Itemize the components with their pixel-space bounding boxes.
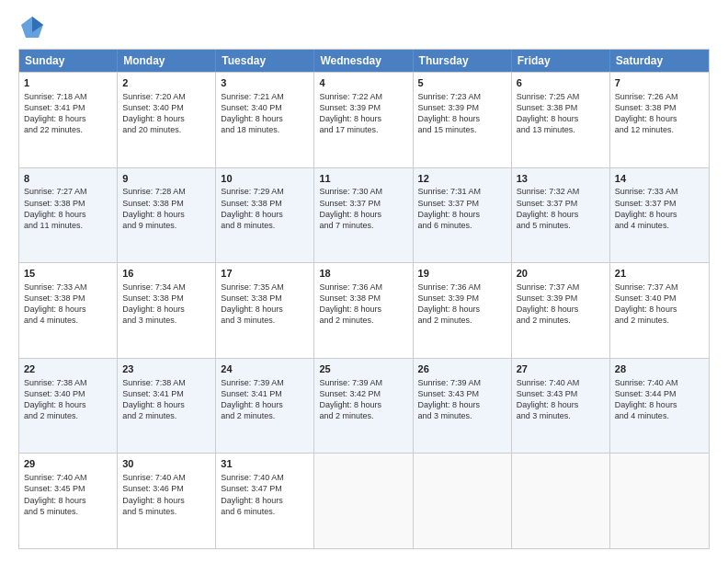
day-info-line: Sunrise: 7:40 AM — [615, 377, 704, 388]
day-number: 21 — [615, 267, 704, 281]
day-info-line: Daylight: 8 hours — [221, 304, 309, 315]
day-info-line: and 6 minutes. — [418, 220, 506, 231]
day-info-line: Sunrise: 7:32 AM — [517, 186, 605, 197]
day-info-line: Daylight: 8 hours — [24, 209, 112, 220]
day-number: 22 — [24, 362, 112, 376]
calendar-cell: 31Sunrise: 7:40 AMSunset: 3:47 PMDayligh… — [216, 454, 314, 548]
day-info-line: Sunrise: 7:25 AM — [517, 91, 605, 102]
calendar-cell: 4Sunrise: 7:22 AMSunset: 3:39 PMDaylight… — [314, 73, 413, 167]
calendar-cell: 24Sunrise: 7:39 AMSunset: 3:41 PMDayligh… — [216, 359, 314, 454]
day-info-line: Sunset: 3:38 PM — [319, 293, 407, 304]
day-number: 30 — [122, 457, 210, 471]
day-info-line: Sunset: 3:44 PM — [615, 388, 704, 399]
calendar-row: 22Sunrise: 7:38 AMSunset: 3:40 PMDayligh… — [19, 358, 709, 454]
day-info-line: Sunrise: 7:34 AM — [122, 282, 210, 293]
day-info-line: and 5 minutes. — [517, 220, 605, 231]
day-number: 16 — [122, 267, 210, 281]
day-info-line: and 6 minutes. — [221, 506, 309, 517]
day-info-line: Sunrise: 7:39 AM — [418, 377, 506, 388]
day-info-line: Daylight: 8 hours — [122, 304, 210, 315]
day-info-line: Sunset: 3:46 PM — [122, 483, 210, 494]
day-number: 18 — [319, 267, 407, 281]
day-info-line: and 18 minutes. — [221, 124, 309, 135]
day-info-line: and 12 minutes. — [615, 124, 704, 135]
day-info-line: Sunrise: 7:33 AM — [615, 186, 704, 197]
day-info-line: Daylight: 8 hours — [517, 113, 605, 124]
day-info-line: and 2 minutes. — [615, 315, 704, 326]
day-info-line: and 5 minutes. — [24, 506, 112, 517]
day-info-line: Daylight: 8 hours — [319, 304, 407, 315]
calendar-body: 1Sunrise: 7:18 AMSunset: 3:41 PMDaylight… — [19, 72, 709, 548]
day-info-line: Sunset: 3:38 PM — [221, 293, 309, 304]
day-info-line: Sunrise: 7:37 AM — [517, 282, 605, 293]
day-info-line: Sunrise: 7:40 AM — [122, 472, 210, 483]
calendar-cell: 5Sunrise: 7:23 AMSunset: 3:39 PMDaylight… — [414, 73, 512, 167]
day-info-line: Daylight: 8 hours — [221, 209, 309, 220]
calendar-cell: 1Sunrise: 7:18 AMSunset: 3:41 PMDaylight… — [19, 73, 118, 167]
calendar-row: 15Sunrise: 7:33 AMSunset: 3:38 PMDayligh… — [19, 262, 709, 358]
day-info-line: Sunrise: 7:35 AM — [221, 282, 309, 293]
day-number: 4 — [319, 76, 407, 90]
calendar-row: 1Sunrise: 7:18 AMSunset: 3:41 PMDaylight… — [19, 72, 709, 167]
day-info-line: Daylight: 8 hours — [24, 495, 112, 506]
day-info-line: Sunrise: 7:23 AM — [418, 91, 506, 102]
day-info-line: Sunset: 3:43 PM — [418, 388, 506, 399]
day-info-line: Sunrise: 7:36 AM — [418, 282, 506, 293]
calendar-cell — [512, 454, 610, 548]
day-info-line: Sunset: 3:38 PM — [24, 293, 112, 304]
calendar-cell: 20Sunrise: 7:37 AMSunset: 3:39 PMDayligh… — [512, 263, 610, 358]
calendar-cell: 23Sunrise: 7:38 AMSunset: 3:41 PMDayligh… — [118, 359, 216, 454]
day-info-line: Sunrise: 7:28 AM — [122, 186, 210, 197]
day-info-line: Sunset: 3:37 PM — [418, 198, 506, 209]
day-info-line: Daylight: 8 hours — [517, 399, 605, 410]
day-info-line: Sunrise: 7:22 AM — [319, 91, 407, 102]
day-info-line: Daylight: 8 hours — [319, 399, 407, 410]
day-info-line: Sunrise: 7:29 AM — [221, 186, 309, 197]
day-info-line: Daylight: 8 hours — [418, 113, 506, 124]
day-info-line: and 4 minutes. — [615, 220, 704, 231]
day-info-line: Daylight: 8 hours — [122, 113, 210, 124]
calendar-cell: 8Sunrise: 7:27 AMSunset: 3:38 PMDaylight… — [19, 168, 118, 263]
day-info-line: Sunset: 3:41 PM — [221, 388, 309, 399]
day-number: 8 — [24, 172, 112, 186]
calendar-cell: 29Sunrise: 7:40 AMSunset: 3:45 PMDayligh… — [19, 454, 118, 548]
calendar-cell: 14Sunrise: 7:33 AMSunset: 3:37 PMDayligh… — [610, 168, 709, 263]
day-info-line: Sunset: 3:38 PM — [221, 198, 309, 209]
day-info-line: Daylight: 8 hours — [615, 399, 704, 410]
day-info-line: Sunrise: 7:31 AM — [418, 186, 506, 197]
day-info-line: and 7 minutes. — [319, 220, 407, 231]
day-number: 15 — [24, 267, 112, 281]
calendar: SundayMondayTuesdayWednesdayThursdayFrid… — [18, 49, 710, 549]
calendar-cell: 18Sunrise: 7:36 AMSunset: 3:38 PMDayligh… — [314, 263, 413, 358]
day-info-line: and 20 minutes. — [122, 124, 210, 135]
day-info-line: Daylight: 8 hours — [319, 113, 407, 124]
day-info-line: Daylight: 8 hours — [122, 209, 210, 220]
day-info-line: Sunset: 3:42 PM — [319, 388, 407, 399]
day-info-line: and 2 minutes. — [221, 410, 309, 421]
day-number: 26 — [418, 362, 506, 376]
day-info-line: Sunrise: 7:39 AM — [319, 377, 407, 388]
day-info-line: and 2 minutes. — [24, 410, 112, 421]
calendar-cell: 19Sunrise: 7:36 AMSunset: 3:39 PMDayligh… — [414, 263, 512, 358]
day-info-line: Daylight: 8 hours — [319, 209, 407, 220]
day-info-line: Sunrise: 7:20 AM — [122, 91, 210, 102]
calendar-row: 8Sunrise: 7:27 AMSunset: 3:38 PMDaylight… — [19, 167, 709, 263]
day-info-line: and 3 minutes. — [418, 410, 506, 421]
day-info-line: and 2 minutes. — [319, 315, 407, 326]
day-info-line: Daylight: 8 hours — [517, 209, 605, 220]
day-info-line: and 17 minutes. — [319, 124, 407, 135]
day-info-line: and 8 minutes. — [221, 220, 309, 231]
weekday-header: Sunday — [19, 50, 118, 72]
day-info-line: and 3 minutes. — [122, 315, 210, 326]
day-info-line: Sunset: 3:45 PM — [24, 483, 112, 494]
day-info-line: Daylight: 8 hours — [122, 399, 210, 410]
day-info-line: Sunrise: 7:18 AM — [24, 91, 112, 102]
day-number: 13 — [517, 172, 605, 186]
day-info-line: Sunset: 3:38 PM — [517, 102, 605, 113]
day-info-line: Daylight: 8 hours — [122, 495, 210, 506]
day-info-line: Sunset: 3:40 PM — [24, 388, 112, 399]
calendar-cell: 15Sunrise: 7:33 AMSunset: 3:38 PMDayligh… — [19, 263, 118, 358]
day-info-line: and 2 minutes. — [122, 410, 210, 421]
calendar-cell: 22Sunrise: 7:38 AMSunset: 3:40 PMDayligh… — [19, 359, 118, 454]
day-info-line: Sunset: 3:40 PM — [221, 102, 309, 113]
